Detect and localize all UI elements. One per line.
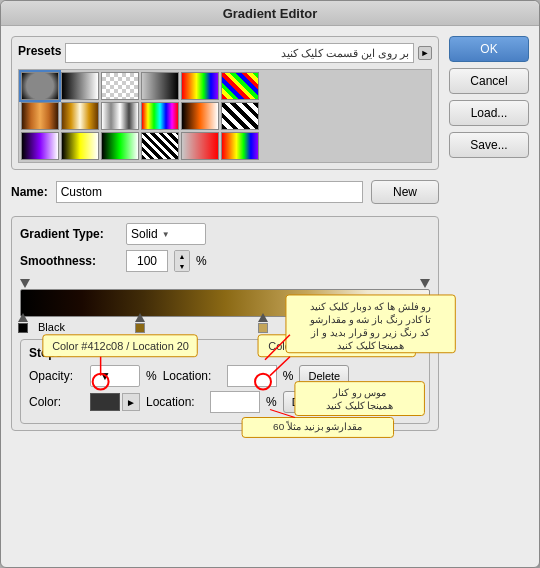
color-location-label: Location:: [146, 395, 204, 409]
smoothness-unit: %: [196, 254, 207, 268]
opacity-label: Opacity:: [29, 369, 84, 383]
white-label: White: [388, 321, 416, 333]
gradient-bar[interactable]: [20, 289, 430, 317]
gradient-type-arrow-icon: ▼: [162, 230, 170, 239]
color-arrow-button[interactable]: ►: [122, 393, 140, 411]
opacity-location-unit: %: [283, 369, 294, 383]
save-button[interactable]: Save...: [449, 132, 529, 158]
color-label: Color:: [29, 395, 84, 409]
opacity-select[interactable]: ▼: [90, 365, 140, 387]
opacity-stop-right[interactable]: [420, 279, 430, 288]
cancel-button[interactable]: Cancel: [449, 68, 529, 94]
gradient-type-select[interactable]: Solid ▼: [126, 223, 206, 245]
presets-grid: [18, 69, 432, 163]
preset-item-11[interactable]: [181, 102, 219, 130]
preset-item-6[interactable]: [221, 72, 259, 100]
opacity-location-input[interactable]: [227, 365, 277, 387]
opacity-arrow-icon: ▼: [99, 369, 111, 383]
gradient-settings: Gradient Type: Solid ▼ Smoothness: ▲ ▼ %: [11, 216, 439, 431]
color-swatch-group: ►: [90, 393, 140, 411]
preset-item-17[interactable]: [181, 132, 219, 160]
gradient-editor-dialog: Gradient Editor Presets ►: [0, 0, 540, 568]
smoothness-down-button[interactable]: ▼: [175, 261, 189, 271]
preset-item-12[interactable]: [221, 102, 259, 130]
smoothness-input[interactable]: [126, 250, 168, 272]
smoothness-up-button[interactable]: ▲: [175, 251, 189, 261]
color-stops-row: Black White: [20, 317, 430, 333]
new-button[interactable]: New: [371, 180, 439, 204]
color-stop-mid2[interactable]: [258, 313, 268, 333]
name-input[interactable]: [56, 181, 363, 203]
preset-item-7[interactable]: [21, 102, 59, 130]
preset-item-16[interactable]: [141, 132, 179, 160]
main-content: Presets ►: [1, 26, 539, 441]
preset-item-18[interactable]: [221, 132, 259, 160]
preset-item-2[interactable]: [61, 72, 99, 100]
presets-arrow-button[interactable]: ►: [418, 46, 432, 60]
ok-button[interactable]: OK: [449, 36, 529, 62]
presets-section: Presets ►: [11, 36, 439, 170]
gradient-type-row: Gradient Type: Solid ▼: [20, 223, 430, 245]
presets-text-input[interactable]: [65, 43, 414, 63]
preset-item-9[interactable]: [101, 102, 139, 130]
preset-item-4[interactable]: [141, 72, 179, 100]
name-label: Name:: [11, 185, 48, 199]
name-row: Name: New: [11, 176, 439, 208]
title-bar: Gradient Editor: [1, 1, 539, 26]
opacity-unit: %: [146, 369, 157, 383]
preset-item-1[interactable]: [21, 72, 59, 100]
presets-label: Presets: [18, 44, 61, 58]
preset-item-14[interactable]: [61, 132, 99, 160]
gradient-type-label: Gradient Type:: [20, 227, 120, 241]
preset-item-8[interactable]: [61, 102, 99, 130]
delete-color-button[interactable]: Delete: [283, 391, 333, 413]
stops-label: Stops: [29, 346, 421, 360]
color-location-input[interactable]: [210, 391, 260, 413]
color-swatch[interactable]: [90, 393, 120, 411]
black-label: Black: [38, 321, 65, 333]
opacity-stop-left[interactable]: [20, 279, 30, 288]
color-location-unit: %: [266, 395, 277, 409]
dialog-title: Gradient Editor: [223, 6, 318, 21]
smoothness-spinner: ▲ ▼: [174, 250, 190, 272]
color-row: Color: ► Location: % Delete: [29, 391, 421, 413]
preset-item-5[interactable]: [181, 72, 219, 100]
smoothness-label: Smoothness:: [20, 254, 120, 268]
stops-section: Stops Opacity: ▼ % Location: % Delete: [20, 339, 430, 424]
gradient-bar-area: Black White: [20, 277, 430, 333]
left-panel: Presets ►: [11, 36, 439, 431]
preset-item-15[interactable]: [101, 132, 139, 160]
preset-item-10[interactable]: [141, 102, 179, 130]
preset-item-3[interactable]: [101, 72, 139, 100]
presets-input-row: Presets ►: [18, 43, 432, 63]
gradient-type-value: Solid: [131, 227, 158, 241]
opacity-row: Opacity: ▼ % Location: % Delete: [29, 365, 421, 387]
delete-opacity-button[interactable]: Delete: [299, 365, 349, 387]
opacity-location-label: Location:: [163, 369, 221, 383]
preset-item-13[interactable]: [21, 132, 59, 160]
right-panel: OK Cancel Load... Save...: [449, 36, 529, 431]
color-stop-white[interactable]: [422, 313, 432, 333]
color-stop-black[interactable]: [18, 313, 28, 333]
opacity-stops-row: [20, 277, 430, 289]
smoothness-row: Smoothness: ▲ ▼ %: [20, 250, 430, 272]
load-button[interactable]: Load...: [449, 100, 529, 126]
color-stop-mid1[interactable]: [135, 313, 145, 333]
